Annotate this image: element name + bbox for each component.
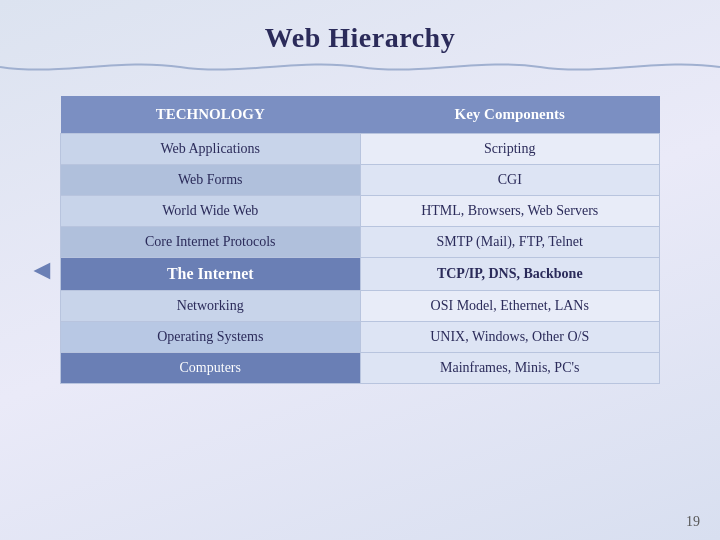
slide-background: Web Hierarchy ◄ TECHNOLOGY Key Component… [0,0,720,540]
tech-cell: Web Forms [61,165,361,196]
tech-cell: Core Internet Protocols [61,227,361,258]
tech-cell: Operating Systems [61,322,361,353]
slide-title: Web Hierarchy [265,22,455,53]
key-components-header: Key Components [360,96,660,134]
key-cell: Mainframes, Minis, PC's [360,353,660,384]
key-cell: HTML, Browsers, Web Servers [360,196,660,227]
key-cell: SMTP (Mail), FTP, Telnet [360,227,660,258]
tech-cell: Networking [61,291,361,322]
table-header-row: TECHNOLOGY Key Components [61,96,660,134]
technology-header: TECHNOLOGY [61,96,361,134]
table-row: The InternetTCP/IP, DNS, Backbone [61,258,660,291]
title-area: Web Hierarchy [0,0,720,86]
key-cell: TCP/IP, DNS, Backbone [360,258,660,291]
table-row: Operating SystemsUNIX, Windows, Other O/… [61,322,660,353]
tech-cell: Computers [61,353,361,384]
table-body: Web ApplicationsScriptingWeb FormsCGIWor… [61,134,660,384]
tech-cell: World Wide Web [61,196,361,227]
table-row: ComputersMainframes, Minis, PC's [61,353,660,384]
table-row: World Wide WebHTML, Browsers, Web Server… [61,196,660,227]
left-arrow-icon[interactable]: ◄ [28,254,56,286]
hierarchy-table: TECHNOLOGY Key Components Web Applicatio… [60,96,660,384]
table-row: Web ApplicationsScripting [61,134,660,165]
hierarchy-table-container: TECHNOLOGY Key Components Web Applicatio… [60,96,660,384]
key-cell: OSI Model, Ethernet, LANs [360,291,660,322]
page-number: 19 [686,514,700,530]
wave-divider [0,58,720,76]
table-row: Core Internet ProtocolsSMTP (Mail), FTP,… [61,227,660,258]
key-cell: Scripting [360,134,660,165]
table-row: NetworkingOSI Model, Ethernet, LANs [61,291,660,322]
tech-cell: The Internet [61,258,361,291]
tech-cell: Web Applications [61,134,361,165]
key-cell: CGI [360,165,660,196]
table-row: Web FormsCGI [61,165,660,196]
key-cell: UNIX, Windows, Other O/S [360,322,660,353]
